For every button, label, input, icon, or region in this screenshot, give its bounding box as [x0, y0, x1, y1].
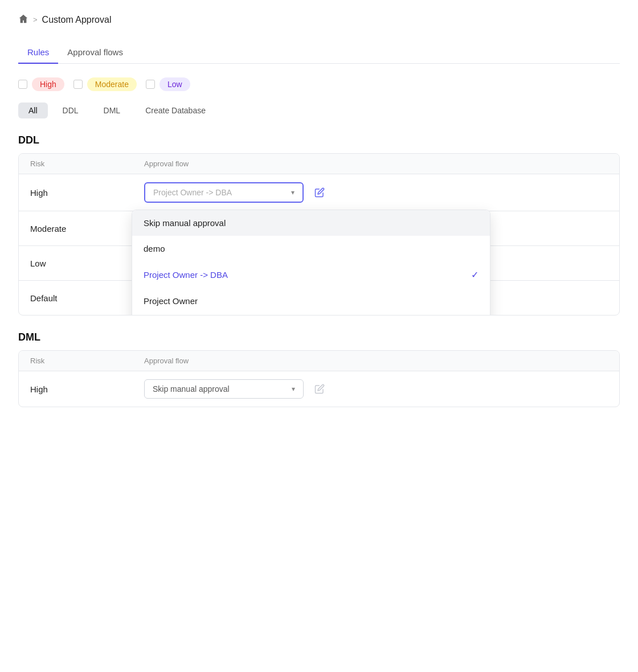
- ddl-table-header: Risk Approval flow: [19, 154, 619, 174]
- ddl-risk-low: Low: [30, 259, 144, 268]
- ddl-flow-cell-high: Project Owner -> DBA ▾: [144, 182, 608, 203]
- checkbox-high[interactable]: [18, 80, 27, 89]
- dropdown-option-project-owner[interactable]: Project Owner: [132, 288, 490, 314]
- dml-table-header: Risk Approval flow: [19, 351, 619, 371]
- filter-row: High Moderate Low: [18, 77, 620, 91]
- dropdown-option-dba[interactable]: DBA: [132, 314, 490, 315]
- filter-moderate: Moderate: [73, 77, 137, 91]
- breadcrumb-page-title: Custom Approval: [42, 15, 112, 25]
- tab-approval-flows[interactable]: Approval flows: [58, 42, 132, 64]
- table-row: High Skip manual approval ▾: [19, 371, 619, 407]
- dml-section: DML Risk Approval flow High Skip manual …: [18, 331, 620, 407]
- tabs-container: Rules Approval flows: [18, 42, 620, 64]
- category-create-database[interactable]: Create Database: [135, 103, 216, 118]
- ddl-risk-moderate: Moderate: [30, 224, 144, 233]
- ddl-table: Risk Approval flow High Project Owner ->…: [18, 153, 620, 315]
- dml-col-flow: Approval flow: [144, 357, 608, 365]
- edit-icon-dml-high[interactable]: [310, 380, 329, 398]
- checkbox-moderate[interactable]: [73, 80, 83, 89]
- table-row: High Project Owner -> DBA ▾ Skip manual …: [19, 174, 619, 211]
- ddl-section-title: DDL: [18, 134, 620, 146]
- breadcrumb: > Custom Approval: [18, 14, 620, 26]
- category-dml[interactable]: DML: [93, 103, 131, 118]
- ddl-dropdown-menu: Skip manual approval demo Project Owner …: [132, 210, 490, 315]
- category-row: All DDL DML Create Database: [18, 103, 620, 118]
- dml-col-risk: Risk: [30, 357, 144, 365]
- category-all[interactable]: All: [18, 103, 48, 118]
- filter-low: Low: [146, 77, 190, 91]
- edit-icon-high[interactable]: [310, 183, 329, 202]
- ddl-col-risk: Risk: [30, 159, 144, 168]
- badge-low[interactable]: Low: [160, 77, 190, 91]
- category-ddl[interactable]: DDL: [52, 103, 89, 118]
- badge-high[interactable]: High: [32, 77, 64, 91]
- check-icon: ✓: [471, 269, 478, 280]
- dropdown-option-demo[interactable]: demo: [132, 236, 490, 261]
- chevron-down-icon: ▾: [291, 189, 295, 196]
- chevron-down-icon: ▾: [292, 385, 295, 393]
- dml-dropdown-high[interactable]: Skip manual approval ▾: [144, 379, 304, 399]
- filter-high: High: [18, 77, 64, 91]
- badge-moderate[interactable]: Moderate: [87, 77, 137, 91]
- ddl-risk-default: Default: [30, 293, 144, 303]
- home-icon[interactable]: [18, 14, 28, 26]
- dropdown-option-project-owner-dba[interactable]: Project Owner -> DBA ✓: [132, 261, 490, 288]
- breadcrumb-separator: >: [33, 15, 38, 24]
- dropdown-option-skip[interactable]: Skip manual approval: [132, 210, 490, 236]
- ddl-col-flow: Approval flow: [144, 159, 608, 168]
- dml-flow-cell-high: Skip manual approval ▾: [144, 379, 608, 399]
- ddl-dropdown-high[interactable]: Project Owner -> DBA ▾: [144, 182, 304, 203]
- dml-dropdown-high-value: Skip manual approval: [153, 384, 230, 394]
- ddl-risk-high: High: [30, 188, 144, 198]
- tab-rules[interactable]: Rules: [18, 42, 58, 64]
- dml-section-title: DML: [18, 331, 620, 343]
- ddl-dropdown-high-value: Project Owner -> DBA: [153, 188, 232, 197]
- dml-table: Risk Approval flow High Skip manual appr…: [18, 350, 620, 407]
- dropdown-option-label: Project Owner -> DBA: [144, 270, 228, 280]
- dml-risk-high: High: [30, 384, 144, 394]
- checkbox-low[interactable]: [146, 80, 155, 89]
